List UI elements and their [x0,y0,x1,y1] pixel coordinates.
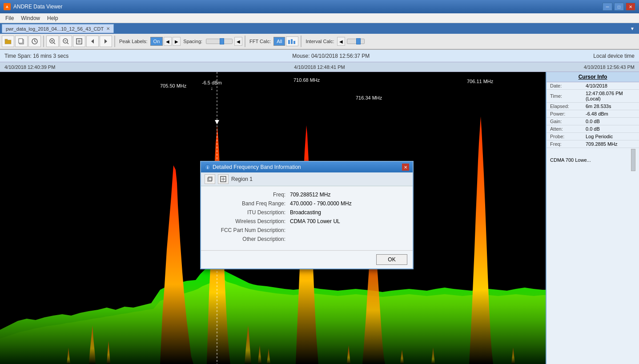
title-bar: A ANDRE Data Viewer ─ □ ✕ [0,0,639,13]
tab-dropdown[interactable]: ▼ [627,25,637,32]
cursor-gain-value: 0.0 dB [586,119,600,124]
open-button[interactable] [2,36,14,47]
freq-dialog-close-button[interactable]: ✕ [402,164,409,171]
freq-dialog-body: Freq: 709.288512 MHz Band Freq Range: 47… [201,186,413,250]
separator-3 [245,36,245,47]
menu-help[interactable]: Help [44,14,62,22]
app-icon: A [4,3,11,10]
separator-1 [43,36,44,47]
time-axis-right: 4/10/2018 12:56:43 PM [584,64,635,70]
cursor-freq-row: Freq: 709.2885 MHz [547,140,639,148]
cursor-time-value: 12:47:08.076 PM (Local) [586,91,635,101]
svg-rect-22 [293,41,295,44]
cursor-date-value: 4/10/2018 [586,83,607,88]
cursor-elapsed-label: Elapsed: [550,104,586,109]
freq-label: Freq: [210,192,290,198]
spacing-group: Spacing: ◀ [181,37,242,46]
freq-dialog[interactable]: i Detailed Frequency Band Information ✕ [200,161,414,269]
cursor-date-row: Date: 4/10/2018 [547,82,639,90]
cursor-power-row: Power: -6.48 dBm [547,110,639,118]
fit-button[interactable] [73,36,85,47]
cursor-probe-value: Log Periodic [586,134,613,139]
cursor-probe-row: Probe: Log Periodic [547,133,639,140]
spacing-slider[interactable] [206,39,233,44]
svg-text:i: i [207,165,209,170]
cursor-gain-label: Gain: [550,119,586,124]
cursor-panel: Cursor Info Date: 4/10/2018 Time: 12:47:… [546,72,639,364]
interval-left-button[interactable]: ◀ [337,37,345,46]
svg-marker-18 [91,39,94,44]
cursor-power-value: -6.48 dBm [586,111,608,116]
peak-labels-group: Peak Labels: On ◀ ▶ [117,37,181,46]
cursor-date-label: Date: [550,83,586,88]
nav-forward-button[interactable] [100,36,112,47]
info-icon: i [205,164,211,170]
dialog-expand-btn[interactable] [218,174,229,184]
ok-button[interactable]: OK [376,254,407,265]
dialog-restore-btn[interactable] [205,174,215,184]
freq-value: 709.288512 MHz [290,192,330,198]
main-content: 705.50 MHz -6.5 dBm ↓ 710.68 MHz 716.34 … [0,72,639,364]
tab-bar: pwr_data_log_2018_04...10_12_56_43_CDT ✕… [0,23,639,34]
minimize-button[interactable]: ─ [603,3,612,11]
menu-window[interactable]: Window [17,14,44,22]
file-tab[interactable]: pwr_data_log_2018_04...10_12_56_43_CDT ✕ [2,24,114,33]
time-button[interactable] [28,36,41,47]
svg-rect-17 [78,40,80,43]
fcc-label: FCC Part Num Description: [210,227,290,233]
svg-rect-2 [5,40,11,44]
spacing-label: Spacing: [181,39,204,44]
cursor-power-label: Power: [550,111,586,116]
svg-line-15 [67,43,68,44]
time-axis-left: 4/10/2018 12:40:39 PM [4,64,55,70]
svg-rect-20 [288,40,290,44]
window-controls: ─ □ ✕ [603,3,635,11]
svg-rect-3 [5,39,8,40]
restore-button[interactable]: □ [614,3,624,11]
peak-labels-on-button[interactable]: On [150,37,163,46]
tab-close-button[interactable]: ✕ [106,26,110,31]
local-device-label: Local device time [593,53,635,59]
menu-file[interactable]: File [2,14,17,22]
peak-labels-left-button[interactable]: ◀ [164,37,172,46]
cursor-atten-label: Atten: [550,126,586,132]
title-bar-left: A ANDRE Data Viewer [4,3,62,10]
copy-button[interactable] [15,36,28,47]
interval-slider[interactable] [347,39,365,44]
time-axis-center: 4/10/2018 12:48:41 PM [294,64,345,70]
itu-value: Broadcasting [290,209,321,216]
mouse-position-label: Mouse: 04/10/2018 12:56:37 PM [292,53,370,59]
freq-dialog-title-text: Detailed Frequency Band Information [213,164,301,170]
fcc-row: FCC Part Num Description: [210,227,404,233]
fft-calc-all-button[interactable]: All [273,37,285,46]
band-scroll[interactable] [631,149,635,171]
cursor-atten-value: 0.0 dB [586,126,600,132]
spacing-thumb[interactable] [220,38,224,44]
fft-calc-label: FFT Calc: [248,39,273,44]
tab-label: pwr_data_log_2018_04...10_12_56_43_CDT [6,26,104,32]
zoom-in-button[interactable] [46,36,59,47]
cursor-elapsed-row: Elapsed: 6m 28.533s [547,103,639,110]
close-button[interactable]: ✕ [626,3,635,11]
svg-line-8 [35,41,36,42]
svg-rect-21 [291,39,293,44]
cursor-time-row: Time: 12:47:08.076 PM (Local) [547,90,639,103]
band-freq-range-label: Band Freq Range: [210,200,290,207]
freq-dialog-toolbar: Region 1 [201,172,413,186]
cursor-probe-label: Probe: [550,134,586,139]
spacing-left-button[interactable]: ◀ [234,37,242,46]
app-title: ANDRE Data Viewer [13,4,62,10]
nav-back-button[interactable] [86,36,99,47]
wireless-label: Wireless Description: [210,218,290,224]
peak-labels-right-button[interactable]: ▶ [173,37,181,46]
time-span-label: Time Span: 16 mins 3 secs [4,53,68,59]
interval-thumb[interactable] [356,38,361,44]
other-row: Other Description: [210,236,404,242]
other-label: Other Description: [210,236,290,242]
fft-calc-btn2[interactable] [286,36,298,46]
wireless-row: Wireless Description: CDMA 700 Lower UL [210,218,404,224]
chart-area[interactable]: 705.50 MHz -6.5 dBm ↓ 710.68 MHz 716.34 … [0,72,546,364]
zoom-out-button[interactable] [60,36,72,47]
svg-marker-19 [104,39,107,44]
svg-rect-5 [19,39,23,43]
